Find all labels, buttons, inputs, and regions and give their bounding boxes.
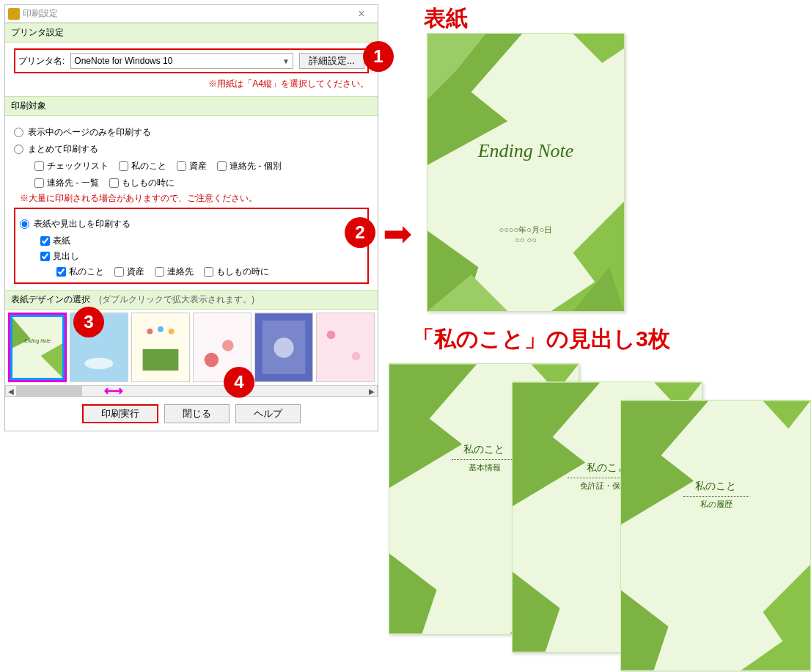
svg-rect-4 (132, 313, 189, 381)
cover-headings-box: 表紙や見出しを印刷する 表紙 見出し 私のこと 資産 連絡先 もしもの時に (14, 208, 369, 284)
batch-warning: ※大量に印刷される場合がありますので、ご注意ください。 (20, 192, 369, 205)
printer-selected: OneNote for Windows 10 (74, 56, 172, 66)
svg-point-16 (327, 331, 336, 340)
svg-point-7 (158, 326, 164, 332)
svg-point-8 (169, 329, 175, 335)
svg-rect-15 (317, 313, 374, 381)
preview-cover-dots: ○○ ○○ (427, 235, 624, 244)
preview-cover-title: Ending Note (427, 140, 624, 162)
chk-emergency[interactable]: もしもの時に (109, 177, 175, 189)
arrow-right-icon: ➡ (383, 213, 412, 254)
svg-text:Ending Note: Ending Note (24, 338, 51, 344)
design-thumb-6[interactable] (316, 313, 375, 382)
thumbnail-scrollbar[interactable]: ◀ ⟷ ▶ (5, 385, 378, 397)
printer-row: プリンタ名: OneNote for Windows 10 ▼ 詳細設定... (14, 48, 369, 73)
print-settings-dialog: 印刷設定 × プリンタ設定 プリンタ名: OneNote for Windows… (4, 4, 378, 431)
chk-myself[interactable]: 私のこと (119, 160, 166, 172)
preview-h1-sub: 基本情報 (452, 459, 518, 473)
paper-note: ※用紙は「A4縦」を選択してください。 (14, 78, 369, 90)
scroll-track[interactable]: ⟷ (16, 386, 367, 396)
design-thumbnails: Ending Note (5, 310, 378, 385)
design-thumb-1[interactable]: Ending Note (8, 313, 67, 382)
close-button[interactable]: 閉じる (164, 404, 230, 423)
printer-section-header: プリンタ設定 (5, 23, 378, 43)
badge-3: 3 (73, 307, 104, 337)
svg-point-10 (205, 353, 219, 368)
design-hint: (ダブルクリックで拡大表示されます。) (99, 293, 254, 306)
design-thumb-5[interactable] (254, 313, 313, 382)
scroll-right-icon[interactable]: ▶ (367, 386, 377, 396)
scroll-thumb[interactable] (16, 386, 82, 396)
radio-current-page-label: 表示中のページのみを印刷する (28, 126, 151, 139)
chk-h-assets[interactable]: 資産 (114, 266, 144, 278)
radio-batch-input[interactable] (14, 145, 23, 154)
chk-heading[interactable]: 見出し (40, 250, 363, 263)
print-button[interactable]: 印刷実行 (82, 404, 158, 423)
chk-cover[interactable]: 表紙 (40, 235, 363, 247)
badge-2: 2 (345, 217, 375, 248)
svg-point-6 (147, 329, 153, 335)
chk-assets[interactable]: 資産 (177, 160, 207, 172)
svg-point-17 (352, 352, 361, 361)
radio-cover-input[interactable] (20, 219, 29, 229)
preview-h3-title: 私のこと (621, 480, 810, 493)
chk-h-myself[interactable]: 私のこと (56, 266, 104, 278)
radio-cover[interactable]: 表紙や見出しを印刷する (20, 218, 363, 230)
close-icon[interactable]: × (348, 7, 375, 21)
titlebar: 印刷設定 × (5, 5, 378, 23)
radio-cover-label: 表紙や見出しを印刷する (34, 218, 131, 230)
detail-settings-button[interactable]: 詳細設定... (299, 53, 364, 69)
preview-cover: Ending Note ○○○○年○月○日 ○○ ○○ (427, 33, 625, 312)
chk-contact-indiv[interactable]: 連絡先 - 個別 (217, 160, 282, 172)
preview-cover-date: ○○○○年○月○日 (427, 224, 624, 235)
radio-current-page-input[interactable] (14, 128, 23, 137)
radio-batch-label: まとめて印刷する (28, 143, 98, 156)
cover-annotation: 表紙 (424, 4, 468, 34)
help-button[interactable]: ヘルプ (235, 404, 301, 423)
batch-checks: チェックリスト 私のこと 資産 連絡先 - 個別 連絡先 - 一覧 もしもの時に (34, 160, 328, 189)
window-title: 印刷設定 (23, 7, 348, 20)
scroll-left-icon[interactable]: ◀ (6, 386, 16, 396)
svg-point-14 (274, 337, 293, 357)
badge-4: 4 (224, 367, 254, 398)
button-row: 印刷実行 閉じる ヘルプ (5, 397, 378, 431)
printer-select[interactable]: OneNote for Windows 10 ▼ (70, 53, 293, 69)
target-section-header: 印刷対象 (5, 96, 378, 116)
printer-label: プリンタ名: (18, 55, 65, 67)
chk-checklist[interactable]: チェックリスト (34, 160, 109, 172)
design-thumb-3[interactable] (131, 313, 190, 382)
target-section: 表示中のページのみを印刷する まとめて印刷する チェックリスト 私のこと 資産 … (5, 116, 378, 290)
badge-1: 1 (363, 41, 394, 72)
headings-annotation: 「私のこと」の見出し3枚 (412, 324, 670, 354)
magenta-double-arrow-icon: ⟷ (104, 383, 123, 399)
app-icon (8, 8, 20, 20)
chk-contact-list[interactable]: 連絡先 - 一覧 (34, 177, 99, 189)
design-section-label: 表紙デザインの選択 (11, 293, 90, 306)
chevron-down-icon: ▼ (282, 57, 290, 65)
preview-h3-sub: 私の履歴 (683, 496, 749, 510)
chk-h-emergency[interactable]: もしもの時に (204, 266, 269, 278)
preview-heading-3: 私のこと 私の履歴 (620, 400, 811, 671)
radio-batch[interactable]: まとめて印刷する (14, 143, 369, 156)
design-section-header: 表紙デザインの選択 (ダブルクリックで拡大表示されます。) (5, 290, 378, 310)
printer-section: プリンタ名: OneNote for Windows 10 ▼ 詳細設定... … (5, 43, 378, 96)
heading-checks: 私のこと 資産 連絡先 もしもの時に (56, 266, 363, 278)
radio-current-page[interactable]: 表示中のページのみを印刷する (14, 126, 369, 139)
svg-rect-5 (143, 349, 179, 370)
chk-h-contacts[interactable]: 連絡先 (155, 266, 194, 278)
svg-point-3 (85, 358, 114, 370)
svg-point-11 (222, 340, 234, 351)
